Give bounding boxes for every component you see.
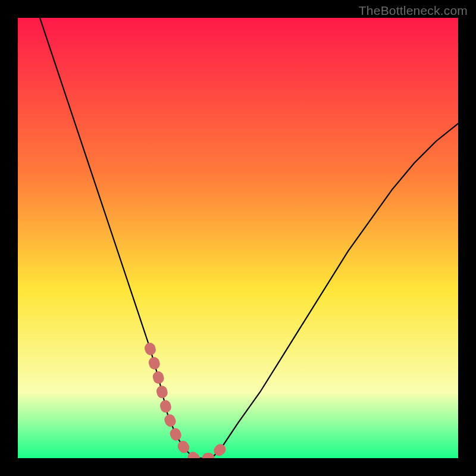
watermark-text: TheBottleneck.com	[359, 4, 468, 18]
chart-frame: TheBottleneck.com	[0, 0, 476, 476]
bottleneck-chart	[0, 0, 476, 476]
plot-background	[18, 18, 458, 458]
